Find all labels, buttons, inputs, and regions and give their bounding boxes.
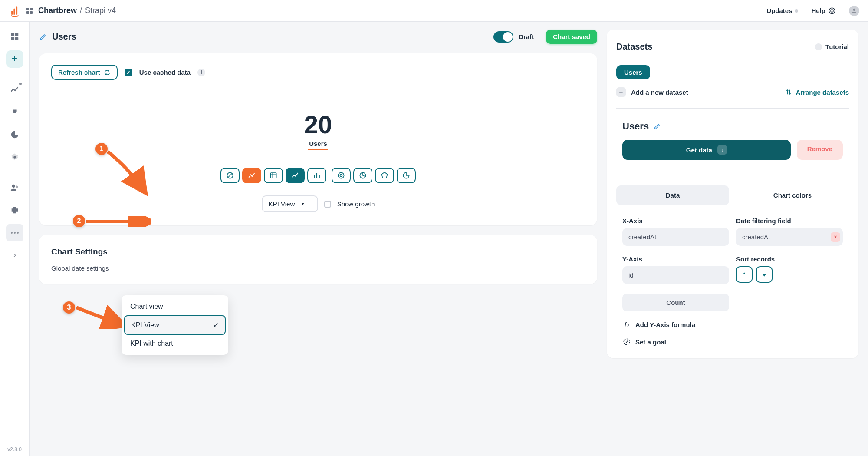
grid-icon[interactable] <box>26 7 33 14</box>
chartbrew-logo <box>9 5 21 17</box>
kpi-label: Users <box>308 139 328 150</box>
annotation-1: 1 <box>95 143 108 155</box>
kpi-value: 20 <box>304 110 332 139</box>
annotation-2: 2 <box>73 215 85 227</box>
svg-rect-2 <box>16 6 18 14</box>
svg-rect-6 <box>30 11 33 14</box>
sidebar-plug-icon[interactable] <box>6 103 23 121</box>
opt-chart-view[interactable]: Chart view <box>124 298 226 315</box>
sidebar-puzzle-icon[interactable] <box>6 202 23 219</box>
xaxis-input[interactable]: createdAt <box>622 228 729 246</box>
download-icon: ↓ <box>717 145 727 155</box>
chart-saved-badge: Chart saved <box>546 30 597 44</box>
page-title: Users <box>52 32 76 42</box>
yaxis-input[interactable]: id <box>622 266 729 284</box>
arrange-datasets-button[interactable]: Arrange datasets <box>785 89 849 96</box>
yaxis-label: Y-Axis <box>622 255 729 263</box>
breadcrumb-root[interactable]: Chartbrew <box>38 6 77 15</box>
svg-rect-10 <box>11 33 14 36</box>
sidebar-pie-icon[interactable] <box>6 126 23 143</box>
tab-data[interactable]: Data <box>616 185 729 205</box>
tab-chart-colors[interactable]: Chart colors <box>736 185 849 205</box>
add-yaxis-formula[interactable]: ƒy Add Y-Axis formula <box>616 320 849 329</box>
annotation-arrow-3 <box>74 299 126 329</box>
formula-icon: ƒy <box>622 320 631 329</box>
svg-point-7 <box>829 8 835 14</box>
svg-point-9 <box>853 8 855 10</box>
sort-asc-button[interactable] <box>736 266 753 283</box>
charttype-line[interactable] <box>286 168 305 183</box>
get-data-button[interactable]: Get data ↓ <box>622 140 791 160</box>
charttype-pie[interactable] <box>353 168 372 183</box>
plus-icon: + <box>616 87 626 97</box>
aggregate-select[interactable]: Count <box>622 294 729 311</box>
cached-label: Use cached data <box>139 69 191 76</box>
clear-datefilter-button[interactable]: × <box>831 232 840 242</box>
sidebar-collapse-icon[interactable] <box>6 247 23 264</box>
breadcrumb-project[interactable]: Strapi v4 <box>85 6 116 15</box>
sidebar-more-icon[interactable] <box>6 224 23 241</box>
charttype-kpi[interactable] <box>242 168 261 183</box>
charttype-table[interactable] <box>264 168 283 183</box>
svg-rect-12 <box>11 37 14 40</box>
view-mode-select[interactable]: KPI View ▾ <box>262 195 318 212</box>
svg-point-23 <box>340 175 342 177</box>
sort-desc-button[interactable] <box>756 266 773 283</box>
sidebar-add[interactable]: + <box>6 50 23 68</box>
opt-kpi-view[interactable]: KPI View ✓ <box>124 315 226 335</box>
sidebar-chart-icon[interactable] <box>6 81 23 98</box>
updates-link[interactable]: Updates <box>766 7 798 14</box>
svg-rect-3 <box>26 8 29 10</box>
global-date-label: Global date settings <box>51 264 585 272</box>
opt-kpi-with-chart[interactable]: KPI with chart <box>124 335 226 352</box>
help-link[interactable]: Help <box>811 7 836 15</box>
draft-toggle[interactable] <box>493 31 513 43</box>
chevron-down-icon: ▾ <box>302 201 304 207</box>
arrange-icon <box>785 89 792 96</box>
svg-point-16 <box>15 185 18 188</box>
lifebuoy-icon <box>828 7 836 15</box>
sort-label: Sort records <box>736 255 843 263</box>
tutorial-icon <box>815 43 822 50</box>
xaxis-label: X-Axis <box>622 217 729 225</box>
dataset-name: Users <box>622 121 649 132</box>
version-label: v2.8.0 <box>7 446 22 453</box>
sidebar-users-icon[interactable] <box>6 179 23 196</box>
breadcrumb-sep: / <box>79 6 83 15</box>
refresh-icon <box>104 69 111 76</box>
svg-rect-11 <box>15 33 18 36</box>
datefilter-input[interactable]: createdAt × <box>736 228 843 246</box>
sidebar-dashboard[interactable] <box>6 28 23 45</box>
annotation-arrow-2 <box>84 216 151 227</box>
charttype-doughnut[interactable] <box>332 168 351 183</box>
svg-rect-0 <box>11 11 13 15</box>
datefilter-label: Date filtering field <box>736 217 843 225</box>
refresh-chart-label: Refresh chart <box>58 69 100 76</box>
add-dataset-button[interactable]: + Add a new dataset <box>616 87 688 97</box>
tutorial-link[interactable]: Tutorial <box>815 43 849 50</box>
datasets-title: Datasets <box>616 42 652 52</box>
charttype-bar[interactable] <box>307 168 326 183</box>
breadcrumb[interactable]: Chartbrew / Strapi v4 <box>38 6 116 15</box>
dataset-chip-users[interactable]: Users <box>616 65 650 79</box>
remove-dataset-button[interactable]: Remove <box>797 140 843 160</box>
cached-info-icon[interactable]: i <box>197 69 205 76</box>
charttype-polar[interactable] <box>397 168 416 183</box>
cached-checkbox[interactable] <box>125 69 132 76</box>
goal-icon <box>622 337 631 346</box>
refresh-chart-button[interactable]: Refresh chart <box>51 65 118 80</box>
svg-rect-4 <box>30 8 33 10</box>
svg-rect-13 <box>15 37 18 40</box>
avatar[interactable] <box>849 6 859 16</box>
show-growth-label: Show growth <box>337 200 375 208</box>
charttype-radar[interactable] <box>375 168 394 183</box>
set-goal[interactable]: Set a goal <box>616 337 849 346</box>
pencil-icon[interactable] <box>39 33 47 41</box>
svg-point-17 <box>11 232 13 234</box>
svg-point-8 <box>831 10 833 12</box>
charttype-none[interactable] <box>220 168 240 183</box>
show-growth-checkbox[interactable] <box>324 201 331 208</box>
edit-dataset-icon[interactable] <box>653 122 661 130</box>
sidebar-gear-icon[interactable] <box>6 149 23 166</box>
svg-rect-5 <box>26 11 29 14</box>
